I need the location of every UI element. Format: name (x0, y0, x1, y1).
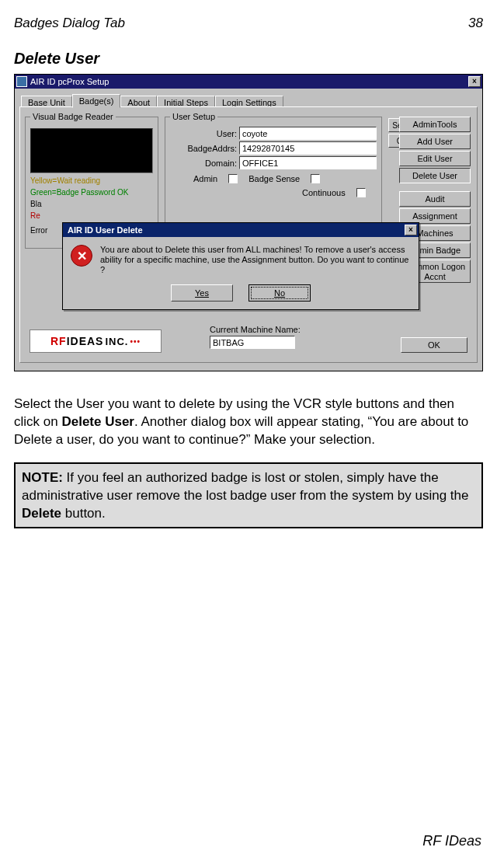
rfideas-logo: RFIDEAS INC. ••• (30, 329, 162, 353)
para-b: Delete User (61, 414, 134, 429)
group-legend: User Setup (170, 112, 217, 121)
no-button[interactable]: No (248, 284, 311, 302)
dialog-text: You are about to Delete this user from A… (100, 245, 411, 275)
app-icon (16, 76, 27, 87)
domain-label: Domain: (170, 159, 237, 168)
tab-panel: Visual Badge Reader Yellow=Wait reading … (19, 106, 478, 363)
badge-display (30, 128, 153, 173)
note-b: If you feel an authorized badge is lost … (22, 470, 468, 503)
badgeaddrs-label: BadgeAddrs: (170, 144, 237, 153)
close-icon[interactable]: × (468, 76, 481, 87)
admintools-button[interactable]: AdminTools (399, 117, 471, 132)
current-machine-label: Current Machine Name: (210, 325, 301, 334)
setup-window: AIR ID pcProx Setup × Base Unit Badge(s)… (14, 74, 483, 371)
admin-checkbox[interactable] (228, 174, 238, 183)
delete-user-dialog: AIR ID User Delete × ✕ You are about to … (62, 222, 419, 310)
continuous-label: Continuous (302, 188, 346, 197)
assignment-button[interactable]: Assignment (399, 208, 471, 224)
tab-badges[interactable]: Badge(s) (72, 94, 121, 108)
delete-user-button[interactable]: Delete User (399, 168, 471, 183)
note-label: NOTE: (22, 470, 63, 485)
note-d: button. (61, 506, 106, 521)
logo-ideas: IDEAS (67, 335, 104, 347)
section-title: Delete User (14, 50, 483, 68)
close-icon[interactable]: × (405, 225, 417, 235)
continuous-checkbox[interactable] (356, 188, 366, 197)
group-legend: Visual Badge Reader (30, 112, 116, 121)
logo-inc: INC. (105, 336, 128, 347)
ok-button[interactable]: OK (401, 337, 467, 353)
note-box: NOTE: If you feel an authorized badge is… (14, 462, 483, 528)
badgesense-label: Badge Sense (248, 174, 300, 183)
user-input[interactable] (239, 127, 377, 140)
edit-user-button[interactable]: Edit User (399, 151, 471, 166)
badgeaddrs-input[interactable] (239, 141, 377, 155)
tab-strip: Base Unit Badge(s) About Initial Steps L… (19, 93, 478, 107)
error-icon: ✕ (71, 245, 92, 267)
status-red: Re (30, 211, 153, 220)
user-label: User: (170, 129, 237, 138)
logo-dots-icon: ••• (130, 337, 141, 346)
window-title: AIR ID pcProx Setup (30, 77, 468, 86)
current-machine-input[interactable] (210, 336, 295, 349)
body-paragraph: Select the User you want to delete by us… (14, 395, 483, 448)
page-header: Badges Dialog Tab 38 (14, 16, 483, 31)
page-footer: RF IDeas (422, 833, 481, 849)
logo-rf: RF (50, 335, 67, 347)
current-machine: Current Machine Name: (210, 325, 301, 349)
domain-input[interactable] (239, 156, 377, 169)
dialog-titlebar: AIR ID User Delete × (63, 223, 419, 237)
admin-label: Admin (193, 174, 217, 183)
audit-button[interactable]: Audit (399, 191, 471, 207)
status-black: Bla (30, 200, 153, 208)
note-c: Delete (22, 506, 61, 521)
status-green: Green=Badge Password OK (30, 188, 153, 197)
page-number: 38 (468, 16, 483, 31)
status-yellow: Yellow=Wait reading (30, 176, 153, 185)
titlebar: AIR ID pcProx Setup × (15, 75, 482, 89)
yes-button[interactable]: Yes (171, 284, 233, 302)
add-user-button[interactable]: Add User (399, 134, 471, 149)
header-left: Badges Dialog Tab (14, 16, 125, 31)
dialog-title: AIR ID User Delete (64, 225, 405, 235)
badgesense-checkbox[interactable] (311, 174, 320, 183)
